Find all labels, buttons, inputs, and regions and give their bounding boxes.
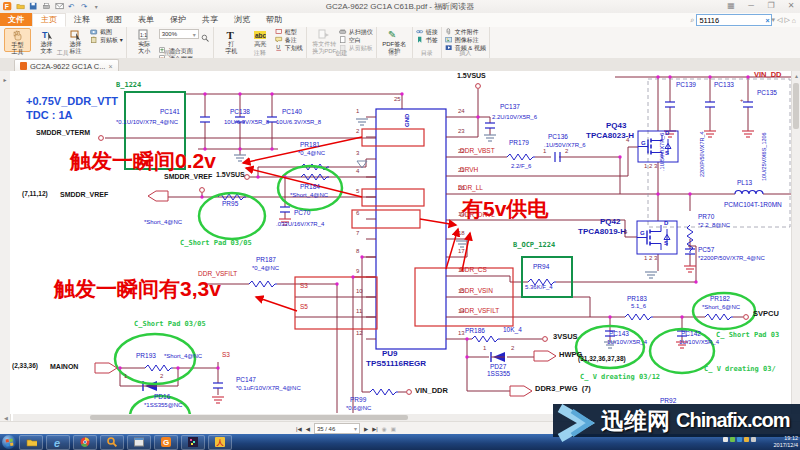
schematic-text: PC136 xyxy=(548,134,568,141)
horizontal-scrollbar[interactable]: ◀ xyxy=(13,414,562,421)
ribbon-tab-注释[interactable]: 注释 xyxy=(66,13,98,26)
schematic-text: S3 xyxy=(300,283,308,290)
ribbon-tab-保护[interactable]: 保护 xyxy=(162,13,194,26)
quick-access-toolbar: F↶↷▾ xyxy=(0,2,104,11)
ribbon-group-创建: 将文件转换为PDF从扫描仪空白从剪贴板创建 xyxy=(307,27,377,58)
schematic-text: PC70 xyxy=(294,210,310,217)
ribbon-group-保护: ✎PDF签名保护保护 xyxy=(377,27,413,58)
schematic-text: DDR3_PWG (7) xyxy=(535,385,591,393)
taskbar-app-osearch[interactable] xyxy=(100,435,124,450)
page-number-box[interactable]: 35 / 46 ▾ xyxy=(314,423,360,434)
scroll-up-icon[interactable]: ▲ xyxy=(794,73,799,79)
clock-date: 2017/12/4 xyxy=(774,442,798,449)
panel-expand-icon[interactable]: ▸ xyxy=(0,76,10,83)
open-icon[interactable] xyxy=(16,2,26,11)
schematic-text: 2200P/50V/X7R_4 xyxy=(700,131,706,177)
minimize-button[interactable]: ─ xyxy=(744,1,758,10)
caret-icon[interactable]: ▾ xyxy=(94,2,104,11)
print-icon[interactable] xyxy=(42,2,52,11)
zoom-level-select[interactable]: 300%▾ xyxy=(159,29,199,39)
find-prev-icon[interactable]: ◁ xyxy=(777,16,782,24)
schematic-text: 1U/10V/X5R_4 xyxy=(607,339,647,345)
schematic-text: DDR_LL xyxy=(458,185,483,192)
ribbon-tab-主页[interactable]: 主页 xyxy=(32,13,66,27)
schematic-text: 10K_4 xyxy=(503,327,522,334)
chinafix-logo-icon xyxy=(552,403,600,443)
svg-text:↶: ↶ xyxy=(68,2,74,11)
schematic-text: 2 xyxy=(511,345,514,351)
horizontal-scroll-thumb[interactable] xyxy=(90,415,408,420)
vertical-scrollbar[interactable]: ▲ xyxy=(791,71,800,414)
vertical-scroll-thumb[interactable] xyxy=(793,83,799,129)
start-button[interactable] xyxy=(2,435,16,449)
schematic-text: 1.5VSUS xyxy=(216,171,245,178)
schematic-text: DDR_VSIN xyxy=(460,288,493,295)
schematic-text: 5.36K/F_4 xyxy=(525,284,553,290)
ribbon-tab-表单[interactable]: 表单 xyxy=(130,13,162,26)
schematic-text: PR184 xyxy=(300,184,320,191)
next-page-icon[interactable]: ▶ xyxy=(364,426,368,432)
restore-button[interactable]: ❐ xyxy=(764,1,778,10)
close-button[interactable]: ✕ xyxy=(784,1,798,10)
tray-icon[interactable] xyxy=(723,437,728,442)
layout-icon[interactable]: ▦ xyxy=(724,1,738,10)
schematic-text: + xyxy=(740,97,744,103)
taskbar-app-ie[interactable]: e xyxy=(46,435,70,450)
clear-search-icon[interactable]: × xyxy=(765,17,769,24)
schematic-text: PR182 xyxy=(710,296,730,303)
foxit-logo-icon[interactable]: F xyxy=(3,2,13,11)
schematic-text: *Short_4@NC xyxy=(290,192,328,198)
find-options-icon[interactable]: ▾ xyxy=(771,16,775,24)
schematic-text: VIN_DDR xyxy=(415,387,448,395)
ribbon-tab-视图[interactable]: 视图 xyxy=(98,13,130,26)
schematic-text: PR181 xyxy=(300,142,320,149)
taskbar-apps: eG人 xyxy=(19,435,232,450)
tray-icon[interactable] xyxy=(737,437,742,442)
taskbar-app-darkapp[interactable] xyxy=(181,435,205,450)
undo-icon[interactable]: ↶ xyxy=(68,2,78,11)
svg-text:e: e xyxy=(54,437,60,449)
schematic-text: SMDDR_VREF xyxy=(60,191,108,198)
schematic-text: B_1224 xyxy=(116,82,141,89)
schematic-text: *2.2_8@NC xyxy=(698,222,730,228)
repair-note-text: C_ V dreating 03/12 xyxy=(580,374,660,381)
svg-text:1:1: 1:1 xyxy=(140,32,147,38)
prev-page-icon[interactable]: ◀ xyxy=(306,426,310,432)
taskbar-app-foxitapp[interactable]: G xyxy=(154,435,178,450)
search-input[interactable] xyxy=(696,14,772,26)
schematic-text: PQ42 xyxy=(600,218,620,226)
ribbon-tab-共享[interactable]: 共享 xyxy=(194,13,226,26)
tray-icon[interactable] xyxy=(744,437,749,442)
taskbar-app-explorer[interactable] xyxy=(19,435,43,450)
marquee-zoom-icon[interactable] xyxy=(201,29,210,47)
last-page-icon[interactable]: ▶| xyxy=(372,426,378,432)
tray-icon[interactable] xyxy=(751,437,756,442)
schematic-text: *0.1U/10V/X7R_4@NC xyxy=(116,119,178,125)
selanno-icon xyxy=(62,29,89,41)
next-view-icon[interactable]: ▣ xyxy=(391,426,396,432)
close-tab-icon[interactable]: × xyxy=(108,63,112,70)
find-next-icon[interactable]: ▷ xyxy=(784,16,789,24)
ribbon-tab-文件[interactable]: 文件 xyxy=(0,13,32,26)
taskbar-app-cnapp[interactable]: 人 xyxy=(208,435,232,450)
watermark-cn: 迅维网 xyxy=(601,406,670,437)
save-icon[interactable] xyxy=(29,2,39,11)
actual-icon: 1:1 xyxy=(131,29,158,41)
seltext-icon: T xyxy=(33,29,60,41)
ribbon-tab-帮助[interactable]: 帮助 xyxy=(258,13,290,26)
schematic-text: SMDDR_VREF xyxy=(164,173,212,180)
typewriter-icon: T xyxy=(218,29,245,41)
taskbar-app-viewer[interactable] xyxy=(127,435,151,450)
prev-view-icon[interactable]: ◉ xyxy=(382,426,387,432)
email-icon[interactable] xyxy=(55,2,65,11)
taskbar-app-chrome[interactable] xyxy=(73,435,97,450)
schematic-text: 25 xyxy=(394,96,401,102)
redo-icon[interactable]: ↷ xyxy=(81,2,91,11)
button-剪贴板▾[interactable]: 剪贴板 ▾ xyxy=(90,37,123,44)
read-mode-icon[interactable]: ⌂ xyxy=(792,17,796,24)
first-page-icon[interactable]: |◀ xyxy=(296,426,302,432)
ribbon-tab-浏览[interactable]: 浏览 xyxy=(226,13,258,26)
tray-icon[interactable] xyxy=(730,437,735,442)
button-书签[interactable]: 书签 xyxy=(416,37,438,44)
schematic-text: *0.1uF/10V/X7R_4@NC xyxy=(236,385,301,391)
